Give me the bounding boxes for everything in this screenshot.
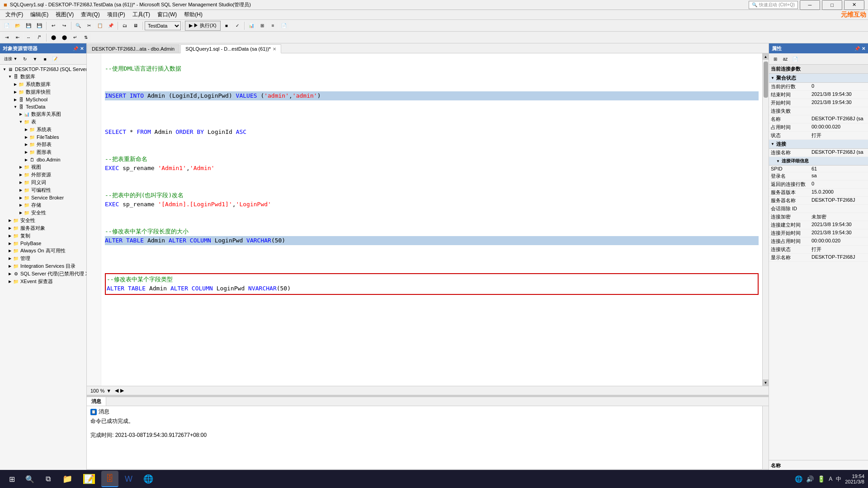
expand-tables[interactable]: ▼	[18, 119, 24, 125]
taskbar-ssms[interactable]: 🗄	[101, 471, 118, 487]
vscroll-up[interactable]: ▲	[763, 53, 769, 60]
results-tab-messages[interactable]: 消息	[87, 397, 106, 406]
expand-testdata[interactable]: ▼	[13, 104, 18, 109]
tab-dbo-admin[interactable]: DESKTOP-TF2I68J...ata - dbo.Admin	[87, 44, 179, 53]
tree-item-db-snapshots[interactable]: ▶ 📁 数据库快照	[0, 88, 86, 96]
expand-xevent[interactable]: ▶	[7, 279, 13, 284]
expand-polybase[interactable]: ▶	[7, 241, 13, 246]
expand-aggregate[interactable]: ▼	[771, 76, 774, 80]
tb-new-query[interactable]: 📄	[2, 21, 12, 31]
tb-save-all[interactable]: 💾	[34, 21, 44, 31]
prop-categorized-btn[interactable]: ⊞	[771, 54, 780, 63]
tab-sqlquery1[interactable]: SQLQuery1.sql - D...estData (sa (61))* ✕	[180, 44, 281, 53]
tb2-newline[interactable]: ↵	[70, 33, 80, 43]
panel-pin-button[interactable]: 📌	[73, 46, 78, 51]
expand-snapshots[interactable]: ▶	[13, 90, 18, 95]
oe-refresh-btn[interactable]: ↻	[20, 54, 29, 63]
prop-pages-btn[interactable]: 📄	[791, 54, 800, 63]
tb-obj-explorer[interactable]: 🗂	[120, 21, 130, 31]
taskbar-notepad[interactable]: 📝	[79, 471, 99, 487]
tree-item-system-dbs[interactable]: ▶ 📁 系统数据库	[0, 81, 86, 88]
tb-undo[interactable]: ↩	[48, 21, 58, 31]
tb-find[interactable]: 🔍	[73, 21, 83, 31]
code-editor[interactable]: --使用DML语言进行插入数据 INSERT INTO Admin (Login…	[101, 53, 762, 386]
tree-item-security[interactable]: ▶ 📁 安全性	[0, 217, 86, 224]
zoom-dropdown[interactable]: ▼	[106, 388, 111, 393]
expand-storage[interactable]: ▶	[18, 203, 24, 208]
tb-show-plan[interactable]: 📊	[246, 21, 256, 31]
results-vscroll[interactable]	[762, 406, 769, 469]
tb2-indent[interactable]: ⇥	[2, 33, 12, 43]
tree-item-server[interactable]: ▼ 🖥 DESKTOP-TF2I68J (SQL Server 15.0...	[0, 66, 86, 73]
expand-ext-tables[interactable]: ▶	[24, 142, 29, 147]
menu-project[interactable]: 项目(P)	[104, 10, 129, 19]
expand-diagrams[interactable]: ▶	[18, 112, 24, 117]
menu-view[interactable]: 视图(V)	[52, 10, 77, 19]
expand-myschool[interactable]: ▶	[13, 97, 18, 102]
start-button[interactable]: ⊞	[4, 471, 20, 487]
tb-cut[interactable]: ✂	[84, 21, 94, 31]
zoom-scroll-left[interactable]: ◀	[115, 388, 118, 393]
taskbar-clock[interactable]: 19:54 2021/3/8	[845, 474, 864, 484]
expand-databases[interactable]: ▼	[7, 74, 13, 80]
expand-service-broker[interactable]: ▶	[18, 195, 24, 200]
search-taskbar-btn[interactable]: 🔍	[22, 471, 38, 487]
tree-item-always-on[interactable]: ▶ 📁 Always On 高可用性	[0, 247, 86, 255]
taskbar-word[interactable]: W	[120, 471, 137, 487]
tb-open[interactable]: 📂	[13, 21, 23, 31]
expand-synonyms[interactable]: ▶	[18, 180, 24, 185]
taskbar-browser[interactable]: 🌐	[139, 471, 158, 487]
vscroll-thumb[interactable]	[764, 62, 768, 98]
tree-item-service-broker[interactable]: ▶ 📁 Service Broker	[0, 194, 86, 201]
properties-pin-btn[interactable]: 📌	[854, 46, 860, 51]
expand-system-dbs[interactable]: ▶	[13, 82, 18, 87]
tb-save[interactable]: 💾	[24, 21, 33, 31]
tree-item-server-objects[interactable]: ▶ 📁 服务器对象	[0, 224, 86, 232]
expand-filetables[interactable]: ▶	[24, 134, 29, 140]
tree-item-sql-agent[interactable]: ▶ ⚙ SQL Server 代理(已禁用代理 XP)	[0, 270, 86, 278]
expand-management[interactable]: ▶	[7, 256, 13, 261]
tree-item-diagrams[interactable]: ▶ 📊 数据库关系图	[0, 110, 86, 118]
menu-window[interactable]: 窗口(W)	[154, 10, 180, 19]
tree-item-graph-tables[interactable]: ▶ 📁 图形表	[0, 148, 86, 156]
tree-item-security-td[interactable]: ▶ 📁 安全性	[0, 209, 86, 217]
oe-new-query-btn[interactable]: 📝	[50, 54, 59, 63]
properties-close-btn[interactable]: ✕	[862, 46, 865, 51]
tb-results-text[interactable]: ≡	[268, 21, 278, 31]
tb-redo[interactable]: ↪	[59, 21, 69, 31]
tree-item-tables[interactable]: ▼ 📁 表	[0, 118, 86, 126]
tree-item-myschool[interactable]: ▶ 🗄 MySchool	[0, 96, 86, 103]
tree-item-sys-tables[interactable]: ▶ 📁 系统表	[0, 126, 86, 133]
tb-paste[interactable]: 📌	[106, 21, 116, 31]
expand-ext-resources[interactable]: ▶	[18, 172, 24, 178]
tb2-outdent[interactable]: ⇤	[13, 33, 23, 43]
minimize-button[interactable]: ─	[800, 0, 820, 10]
tree-item-polybase[interactable]: ▶ 📁 PolyBase	[0, 240, 86, 247]
database-select[interactable]: TestData	[145, 21, 181, 30]
tree-item-databases[interactable]: ▼ 🗄 数据库	[0, 73, 86, 81]
expand-always-on[interactable]: ▶	[7, 248, 13, 254]
tb-parse[interactable]: ✓	[232, 21, 242, 31]
tree-item-synonyms[interactable]: ▶ 📁 同义词	[0, 179, 86, 186]
editor-vscroll[interactable]: ▲ ▼	[762, 53, 769, 386]
expand-server-objects[interactable]: ▶	[7, 226, 13, 231]
tab-close-sqlquery1[interactable]: ✕	[273, 47, 276, 52]
menu-query[interactable]: 查询(Q)	[77, 10, 103, 19]
oe-connect-btn[interactable]: 连接 ▼	[2, 54, 19, 63]
tb2-comment[interactable]: --	[24, 33, 33, 43]
expand-conn-details[interactable]: ▼	[776, 159, 780, 163]
tree-item-ext-resources[interactable]: ▶ 📁 外部资源	[0, 171, 86, 179]
menu-edit[interactable]: 编辑(E)	[27, 10, 52, 19]
tree-item-replication[interactable]: ▶ 📁 复制	[0, 232, 86, 240]
tree-item-views[interactable]: ▶ 📁 视图	[0, 163, 86, 171]
tb2-align-left[interactable]: ⬤	[48, 33, 58, 43]
expand-sql-agent[interactable]: ▶	[7, 271, 13, 277]
tb-stop[interactable]: ■	[222, 21, 231, 31]
expand-security[interactable]: ▶	[7, 218, 13, 223]
tree-item-integration-services[interactable]: ▶ 📁 Integration Services 目录	[0, 262, 86, 270]
tree-item-management[interactable]: ▶ 📁 管理	[0, 255, 86, 262]
task-view-btn[interactable]: ⧉	[40, 471, 56, 487]
tb-results-file[interactable]: 📄	[279, 21, 289, 31]
tree-item-programmability[interactable]: ▶ 📁 可编程性	[0, 186, 86, 194]
tb-results-grid[interactable]: ⊞	[257, 21, 267, 31]
